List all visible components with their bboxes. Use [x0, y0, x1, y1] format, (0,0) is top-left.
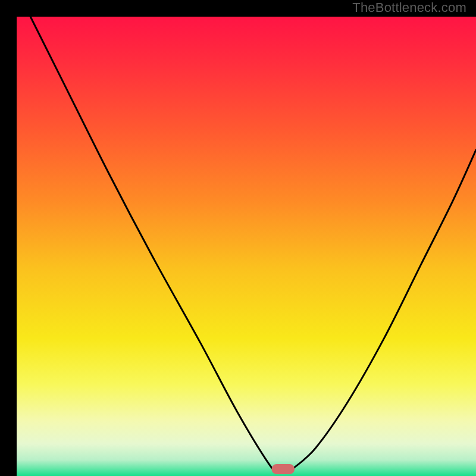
plot-frame: [8, 8, 468, 468]
bottleneck-plot: [17, 17, 476, 476]
optimal-marker: [271, 464, 295, 474]
gradient-background: [17, 17, 476, 476]
watermark-text: TheBottleneck.com: [352, 0, 466, 15]
